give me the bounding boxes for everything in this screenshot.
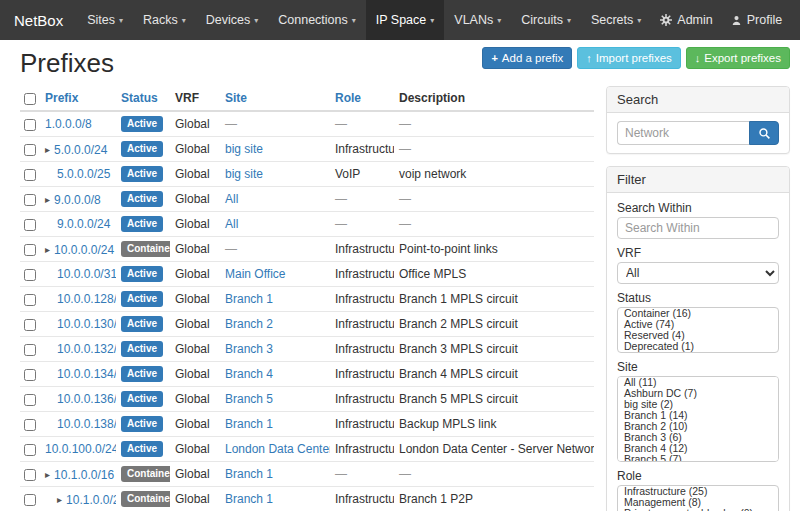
site-link[interactable]: big site (225, 167, 263, 181)
row-checkbox[interactable] (24, 194, 36, 206)
search-within-label: Search Within (617, 201, 779, 215)
vrf-select[interactable]: All (617, 262, 779, 284)
role-cell: Infrastructure (335, 442, 394, 456)
import-prefixes-button[interactable]: ↑Import prefixes (577, 47, 681, 69)
site-link[interactable]: All (225, 217, 238, 231)
row-checkbox[interactable] (24, 344, 36, 356)
filter-option[interactable]: Deprecated (1) (618, 341, 778, 352)
row-checkbox[interactable] (24, 319, 36, 331)
role-cell: Infrastructure (335, 417, 394, 431)
site-link[interactable]: All (225, 192, 238, 206)
status-badge: Active (121, 141, 163, 157)
site-filter-list[interactable]: All (11)Ashburn DC (7)big site (2)Branch… (617, 376, 779, 462)
column-header-vrf[interactable]: VRF (170, 86, 220, 111)
site-link[interactable]: Branch 1 (225, 492, 273, 506)
row-checkbox[interactable] (24, 294, 36, 306)
row-checkbox[interactable] (24, 369, 36, 381)
prefix-link[interactable]: 5.0.0.0/24 (54, 143, 107, 157)
nav-item-circuits[interactable]: Circuits▾ (511, 0, 581, 40)
site-link[interactable]: Branch 1 (225, 417, 273, 431)
nav-item-logout[interactable]: Log out (791, 0, 800, 40)
status-badge: Active (121, 441, 163, 457)
row-checkbox[interactable] (24, 394, 36, 406)
nav-item-admin[interactable]: Admin (651, 0, 721, 40)
column-header-prefix[interactable]: Prefix (40, 86, 116, 111)
description-cell: Branch 1 P2P (399, 492, 473, 506)
prefix-link[interactable]: 10.1.0.0/16 (54, 468, 114, 482)
prefix-link[interactable]: 10.0.0.136/31 (57, 392, 116, 406)
expand-caret-icon[interactable]: ▸ (45, 143, 50, 157)
row-checkbox[interactable] (24, 419, 36, 431)
column-header-status[interactable]: Status (116, 86, 170, 111)
prefix-link[interactable]: 10.0.0.138/31 (57, 417, 116, 431)
column-header-site[interactable]: Site (220, 86, 330, 111)
vrf-cell: Global (170, 212, 220, 237)
nav-item-ip-space[interactable]: IP Space▾ (366, 0, 445, 40)
site-link[interactable]: Branch 5 (225, 392, 273, 406)
row-checkbox[interactable] (24, 119, 36, 131)
role-filter-list[interactable]: Infrastructure (25)Management (8)Private… (617, 485, 779, 511)
prefix-link[interactable]: 10.0.0.130/31 (57, 317, 116, 331)
site-link[interactable]: London Data Center (225, 442, 330, 456)
vrf-cell: Global (170, 437, 220, 462)
column-header-description[interactable]: Description (394, 86, 594, 111)
site-link[interactable]: Main Office (225, 267, 285, 281)
row-checkbox[interactable] (24, 244, 36, 256)
nav-item-vlans[interactable]: VLANs▾ (444, 0, 511, 40)
select-all-checkbox[interactable] (24, 93, 36, 105)
prefix-link[interactable]: 10.0.0.0/24 (54, 243, 114, 257)
export-prefixes-button[interactable]: ↓Export prefixes (686, 47, 790, 69)
prefix-link[interactable]: 1.0.0.0/8 (45, 117, 92, 131)
description-cell: Point-to-point links (399, 242, 498, 256)
search-input[interactable] (617, 121, 749, 145)
prefix-link[interactable]: 10.1.0.0/24 (66, 493, 116, 507)
nav-item-devices[interactable]: Devices▾ (196, 0, 268, 40)
search-within-input[interactable] (617, 217, 779, 239)
status-badge: Container (121, 241, 170, 257)
row-checkbox[interactable] (24, 469, 36, 481)
filter-option[interactable]: Branch 5 (7) (618, 454, 778, 462)
nav-item-secrets[interactable]: Secrets▾ (581, 0, 651, 40)
nav-item-label: Connections (278, 13, 348, 27)
nav-item-racks[interactable]: Racks▾ (133, 0, 196, 40)
brand[interactable]: NetBox (0, 0, 77, 40)
site-link[interactable]: Branch 2 (225, 317, 273, 331)
row-checkbox[interactable] (24, 144, 36, 156)
site-link[interactable]: big site (225, 142, 263, 156)
prefix-link[interactable]: 9.0.0.0/24 (57, 217, 110, 231)
expand-caret-icon[interactable]: ▸ (45, 193, 50, 207)
search-button[interactable] (749, 121, 779, 145)
site-link[interactable]: Branch 4 (225, 367, 273, 381)
prefix-link[interactable]: 10.0.0.132/31 (57, 342, 116, 356)
prefix-link[interactable]: 5.0.0.0/25 (57, 167, 110, 181)
expand-caret-icon[interactable]: ▸ (45, 468, 50, 482)
site-link[interactable]: Branch 3 (225, 342, 273, 356)
status-filter-list[interactable]: Container (16)Active (74)Reserved (4)Dep… (617, 307, 779, 353)
column-header-role[interactable]: Role (330, 86, 394, 111)
site-link[interactable]: Branch 1 (225, 292, 273, 306)
prefix-link[interactable]: 9.0.0.0/8 (54, 193, 101, 207)
row-checkbox[interactable] (24, 444, 36, 456)
prefix-link[interactable]: 10.0.0.0/31 (57, 267, 116, 281)
expand-caret-icon[interactable]: ▸ (45, 243, 50, 257)
table-row: 10.0.100.0/24ActiveGlobalLondon Data Cen… (20, 437, 594, 462)
table-row: 10.0.0.130/31ActiveGlobalBranch 2Infrast… (20, 312, 594, 337)
role-cell: Infrastructure (335, 342, 394, 356)
row-checkbox[interactable] (24, 494, 36, 506)
add-prefix-button[interactable]: +Add a prefix (482, 47, 572, 69)
prefix-link[interactable]: 10.0.0.128/31 (57, 292, 116, 306)
prefix-link[interactable]: 10.0.0.134/31 (57, 367, 116, 381)
prefix-link[interactable]: 10.0.100.0/24 (45, 442, 116, 456)
site-link[interactable]: Branch 1 (225, 467, 273, 481)
status-badge: Active (121, 166, 163, 182)
prefix-table-body: 1.0.0.0/8ActiveGlobal———▸5.0.0.0/24Activ… (20, 111, 594, 511)
expand-caret-icon[interactable]: ▸ (57, 493, 62, 507)
nav-item-connections[interactable]: Connections▾ (268, 0, 366, 40)
nav-item-sites[interactable]: Sites▾ (77, 0, 133, 40)
row-checkbox[interactable] (24, 169, 36, 181)
nav-item-label: Racks (143, 13, 178, 27)
nav-menu: Sites▾ Racks▾ Devices▾ Connections▾ IP S… (77, 0, 651, 40)
row-checkbox[interactable] (24, 269, 36, 281)
row-checkbox[interactable] (24, 219, 36, 231)
nav-item-profile[interactable]: Profile (722, 0, 791, 40)
